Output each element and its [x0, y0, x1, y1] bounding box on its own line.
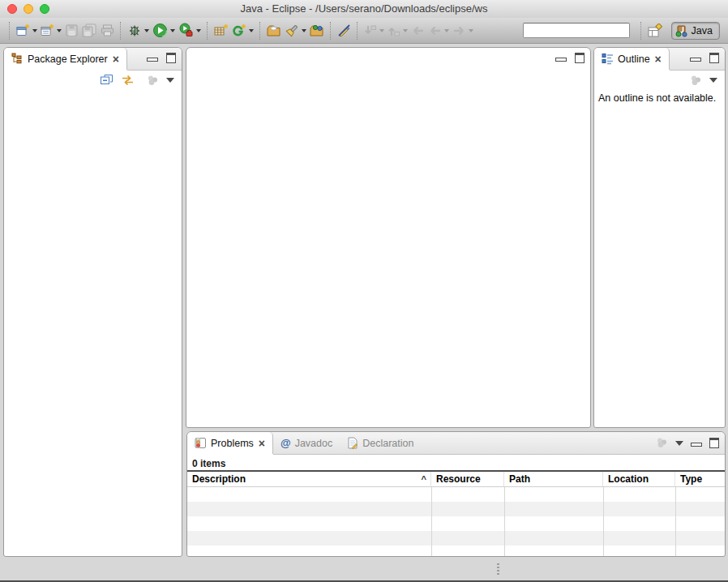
view-menu-arrow-icon[interactable] [709, 78, 717, 83]
table-row [187, 487, 725, 502]
link-editor-icon[interactable] [121, 74, 135, 87]
view-menu-icon [656, 437, 668, 448]
search-dropdown-arrow-icon[interactable] [302, 29, 306, 32]
column-header-path[interactable]: Path [504, 472, 603, 486]
mark-occurrences-icon [337, 24, 351, 37]
column-header-type[interactable]: Type [675, 472, 725, 486]
new-icon [16, 24, 30, 37]
java-perspective-button[interactable]: Java [671, 22, 720, 40]
new-dropdown-arrow-icon[interactable] [32, 29, 37, 32]
external-tools-dropdown-arrow-icon[interactable] [196, 29, 201, 32]
maximize-editor-button[interactable] [575, 53, 585, 63]
perspective-bar-handle[interactable] [640, 22, 642, 40]
column-divider [603, 487, 604, 557]
open-type-button[interactable] [308, 23, 326, 39]
toolbar-separator [330, 22, 332, 40]
tab-label: Package Explorer [28, 53, 108, 65]
toolbar-separator [357, 22, 358, 40]
new-button[interactable] [15, 22, 39, 39]
new-wizard-button[interactable] [39, 22, 63, 39]
package-explorer-tabbar: Package Explorer × [4, 48, 182, 71]
maximize-view-button[interactable] [166, 53, 176, 63]
column-header-location[interactable]: Location [603, 472, 675, 486]
previous-annotation-dropdown-arrow-icon [403, 29, 408, 32]
tab-declaration[interactable]: Declaration [340, 432, 421, 454]
window-title: Java - Eclipse - /Users/serano/Downloads… [0, 2, 728, 15]
open-task-button[interactable] [265, 23, 283, 39]
new-java-project-button[interactable] [212, 22, 230, 39]
tab-label: Declaration [362, 438, 413, 449]
search-button[interactable] [283, 22, 308, 40]
forward-button [451, 23, 475, 39]
run-dropdown-arrow-icon[interactable] [170, 29, 175, 32]
view-menu-arrow-icon[interactable] [166, 78, 174, 83]
maximize-view-button[interactable] [709, 438, 719, 448]
previous-annotation-icon [388, 24, 400, 37]
run-icon [152, 23, 168, 38]
tab-javadoc[interactable]: @ Javadoc [273, 432, 340, 454]
debug-button[interactable] [126, 22, 151, 40]
problems-table-header: Description ^ Resource Path Location Typ… [187, 470, 725, 487]
statusbar-drag-handle[interactable] [497, 563, 499, 575]
last-edit-location-button [409, 23, 426, 39]
save-icon [65, 24, 79, 37]
title-bar: Java - Eclipse - /Users/serano/Downloads… [0, 0, 728, 19]
new-wizard-dropdown-arrow-icon[interactable] [57, 29, 62, 32]
minimize-view-button[interactable] [147, 58, 158, 62]
tab-problems[interactable]: Problems × [187, 432, 273, 454]
new-class-dropdown-arrow-icon[interactable] [249, 29, 254, 32]
tab-package-explorer[interactable]: Package Explorer × [4, 48, 127, 70]
outline-tabbar: Outline × [594, 48, 725, 71]
back-dropdown-arrow-icon [444, 29, 449, 32]
previous-annotation-button [386, 23, 409, 39]
maximize-view-button[interactable] [709, 53, 719, 63]
save-all-icon [82, 24, 97, 37]
problems-tabbar: Problems × @ Javadoc Declaration [187, 432, 725, 455]
problems-table-body [187, 487, 725, 557]
mark-occurrences-button[interactable] [336, 22, 353, 39]
editor-area[interactable] [186, 47, 591, 428]
quick-access-input[interactable] [523, 23, 630, 38]
open-perspective-button[interactable] [646, 22, 665, 40]
external-tools-icon [178, 23, 194, 38]
sort-ascending-icon: ^ [422, 474, 426, 484]
column-header-description[interactable]: Description ^ [187, 472, 431, 486]
view-menu-icon [147, 75, 159, 86]
problems-view: Problems × @ Javadoc Declaration [186, 431, 726, 557]
debug-dropdown-arrow-icon[interactable] [144, 29, 149, 32]
package-explorer-toolbar [4, 71, 182, 90]
java-perspective-label: Java [692, 25, 713, 36]
close-view-icon[interactable]: × [259, 439, 265, 447]
print-icon [101, 24, 114, 37]
problems-item-count: 0 items [187, 455, 725, 470]
next-annotation-dropdown-arrow-icon [379, 29, 384, 32]
eclipse-window: Java - Eclipse - /Users/serano/Downloads… [0, 0, 728, 582]
toolbar-drag-handle[interactable] [9, 22, 11, 40]
external-tools-button[interactable] [177, 21, 203, 40]
close-view-icon[interactable]: × [655, 55, 662, 63]
collapse-all-icon[interactable] [100, 74, 113, 87]
column-divider [675, 487, 676, 557]
open-task-icon [267, 24, 281, 37]
new-class-button[interactable] [230, 22, 255, 39]
column-header-resource[interactable]: Resource [431, 472, 504, 486]
run-button[interactable] [151, 21, 177, 40]
minimize-editor-button[interactable] [555, 58, 567, 62]
new-java-project-icon [214, 24, 229, 37]
package-explorer-view: Package Explorer × [3, 47, 182, 557]
print-button [99, 22, 116, 39]
open-type-icon [310, 24, 324, 37]
package-explorer-tree[interactable] [4, 90, 182, 552]
view-menu-arrow-icon[interactable] [675, 441, 683, 446]
next-annotation-button [362, 23, 386, 39]
back-button [426, 23, 451, 39]
outline-icon [602, 53, 614, 65]
back-icon [428, 24, 442, 37]
minimize-view-button[interactable] [690, 58, 701, 62]
problems-icon [195, 437, 207, 449]
open-perspective-icon [648, 24, 663, 38]
minimize-view-button[interactable] [691, 443, 702, 447]
close-view-icon[interactable]: × [113, 55, 119, 63]
outline-view: Outline × An outline is not available. [593, 47, 726, 428]
tab-outline[interactable]: Outline × [594, 48, 670, 70]
